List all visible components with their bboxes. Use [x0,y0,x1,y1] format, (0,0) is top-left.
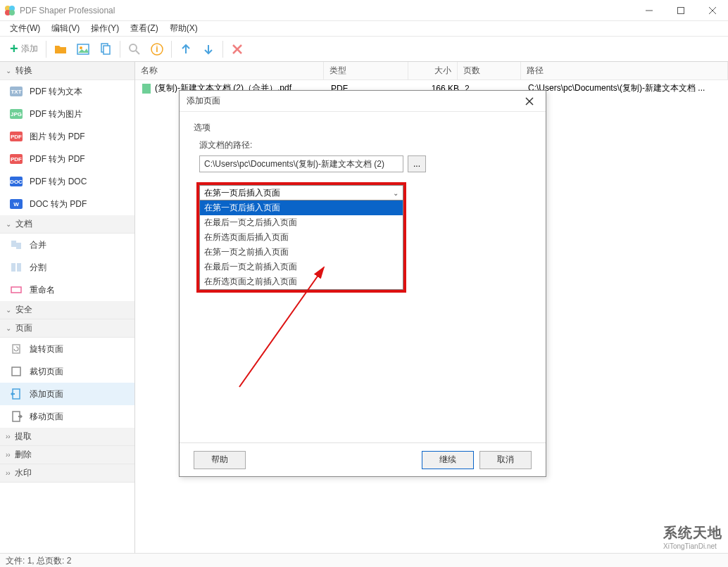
toolbar: + 添加 i [0,37,728,62]
sidebar-group-pages[interactable]: ⌄页面 [0,319,134,338]
sidebar-item-add-page[interactable]: 添加页面 [0,383,134,405]
cancel-button[interactable]: 取消 [479,451,532,469]
dialog-title: 添加页面 [187,95,520,107]
chevron-right-icon: ›› [6,433,11,440]
svg-rect-5 [677,7,684,13]
dialog-buttons: 帮助 继续 取消 [180,442,546,476]
sidebar-item-rename[interactable]: 重命名 [0,279,134,301]
col-size[interactable]: 大小 [408,62,458,79]
add-page-dialog: 添加页面 选项 源文档的路径: ... 在第一页后插入页面 ⌄ 在第一页后插入页… [179,90,546,477]
svg-rect-11 [103,46,110,54]
separator [222,41,223,58]
copy-icon [99,43,112,56]
sidebar-item-pdf-to-image[interactable]: JPGPDF 转为图片 [0,103,134,125]
pdf-icon: PDF [10,130,23,143]
svg-point-9 [80,46,82,49]
svg-rect-21 [17,263,21,272]
insert-position-dropdown: 在第一页后插入页面 在最后一页之后插入页面 在所选页面后插入页面 在第一页之前插… [199,200,403,290]
sidebar-group-watermark[interactable]: ››水印 [0,464,134,483]
txt-icon: TXT [10,85,23,98]
svg-rect-27 [142,84,151,94]
menu-action[interactable]: 操作(Y) [85,21,125,36]
sidebar-group-extract[interactable]: ››提取 [0,428,134,446]
col-type[interactable]: 类型 [324,62,408,79]
dialog-body: 选项 源文档的路径: ... 在第一页后插入页面 ⌄ 在第一页后插入页面 在最后… [180,112,546,442]
sidebar-item-pdf-to-text[interactable]: TXTPDF 转为文本 [0,80,134,103]
chevron-right-icon: ›› [6,469,11,477]
pdf-icon: PDF [10,153,23,165]
svg-point-3 [9,10,15,15]
insert-position-combo[interactable]: 在第一页后插入页面 ⌄ [199,185,403,200]
info-button[interactable]: i [146,40,168,58]
sidebar-item-merge[interactable]: 合并 [0,234,134,256]
search-button[interactable] [124,40,145,58]
folder-button[interactable] [50,40,71,58]
sidebar-group-convert[interactable]: ⌄转换 [0,62,134,80]
merge-icon [10,238,23,251]
sidebar-item-crop[interactable]: 裁切页面 [0,360,134,383]
maximize-button[interactable] [665,0,696,21]
split-icon [10,261,23,274]
chevron-down-icon: ⌄ [6,324,11,332]
app-icon [4,5,15,16]
dropdown-item[interactable]: 在第一页之前插入页面 [200,245,403,260]
svg-rect-20 [11,263,15,272]
down-button[interactable] [198,40,219,58]
menu-file[interactable]: 文件(W) [4,21,46,36]
browse-label: ... [413,159,420,169]
sidebar-group-document[interactable]: ⌄文档 [0,215,134,234]
dropdown-item[interactable]: 在第一页后插入页面 [200,200,403,215]
sidebar-item-pdf-to-pdf[interactable]: PDFPDF 转为 PDF [0,148,134,170]
column-headers: 名称 类型 大小 页数 路径 [135,62,728,80]
status-text: 文件: 1, 总页数: 2 [6,556,71,566]
dialog-title-bar: 添加页面 [180,91,546,112]
sidebar-item-pdf-to-doc[interactable]: DOCPDF 转为 DOC [0,170,134,193]
sidebar-item-rotate[interactable]: 旋转页面 [0,338,134,360]
menu-view[interactable]: 查看(Z) [125,21,163,36]
insert-position-highlight: 在第一页后插入页面 ⌄ 在第一页后插入页面 在最后一页之后插入页面 在所选页面后… [196,182,406,293]
add-button[interactable]: + 添加 [6,38,42,60]
copy-button[interactable] [95,40,116,58]
move-page-icon [10,410,23,423]
svg-point-12 [130,44,137,51]
dialog-close-button[interactable] [520,92,539,110]
sidebar: ⌄转换 TXTPDF 转为文本 JPGPDF 转为图片 PDF图片 转为 PDF… [0,62,135,553]
dropdown-item[interactable]: 在所选页面之前插入页面 [200,274,403,289]
up-button[interactable] [175,40,196,58]
minimize-button[interactable] [633,0,665,21]
close-button[interactable] [696,0,728,21]
sidebar-item-split[interactable]: 分割 [0,256,134,279]
sidebar-item-move-page[interactable]: 移动页面 [0,405,134,428]
jpg-icon: JPG [10,108,23,120]
image-button[interactable] [73,40,94,58]
source-path-input[interactable] [199,155,403,172]
word-icon: W [10,198,23,210]
menu-help[interactable]: 帮助(X) [164,21,203,36]
sidebar-item-doc-to-pdf[interactable]: WDOC 转为 PDF [0,193,134,215]
browse-button[interactable]: ... [408,155,426,172]
help-button[interactable]: 帮助 [194,451,246,469]
add-page-icon [10,388,23,400]
chevron-down-icon: ⌄ [6,220,11,228]
menu-edit[interactable]: 编辑(V) [46,21,85,36]
dropdown-item[interactable]: 在最后一页之后插入页面 [200,215,403,230]
dropdown-item[interactable]: 在最后一页之前插入页面 [200,260,403,274]
watermark: 系统天地 XiTongTianDi.net [663,523,722,550]
chevron-down-icon: ⌄ [393,189,398,197]
dropdown-item[interactable]: 在所选页面后插入页面 [200,230,403,245]
pdf-file-icon [141,83,152,94]
sidebar-group-security[interactable]: ⌄安全 [0,301,134,319]
col-name[interactable]: 名称 [135,62,324,79]
col-pages[interactable]: 页数 [458,62,521,79]
watermark-url: XiTongTianDi.net [663,542,722,550]
arrow-down-icon [202,43,215,56]
col-path[interactable]: 路径 [521,62,728,79]
add-label: 添加 [21,43,38,55]
sidebar-item-image-to-pdf[interactable]: PDF图片 转为 PDF [0,125,134,148]
sidebar-group-delete[interactable]: ››删除 [0,446,134,464]
svg-text:i: i [156,44,158,54]
chevron-down-icon: ⌄ [6,306,11,314]
continue-button[interactable]: 继续 [422,451,474,469]
app-title: PDF Shaper Professional [20,6,633,15]
delete-button[interactable] [227,40,248,58]
